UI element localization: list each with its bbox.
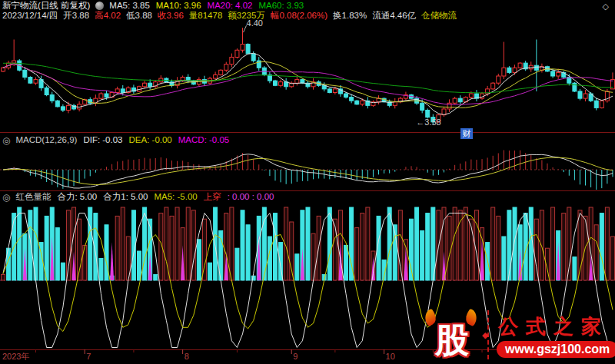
quote-info-item: 收3.96 — [158, 11, 184, 21]
ma-legend-item: MA20: 4.02 — [208, 1, 253, 11]
collapse-icon[interactable]: ◎ — [2, 136, 10, 145]
corner-diamond-icon[interactable]: ◇ — [603, 2, 609, 12]
site-url-link[interactable]: www.gszj100.com — [497, 341, 615, 358]
watermark: 股 ◆ 公式之家 www.gszj100.com — [421, 307, 615, 364]
vol-legend-item: 合力1: 5.00 — [103, 192, 148, 202]
stock-logo-char: 股 — [435, 318, 469, 363]
quote-info-item: 流通4.46亿 — [372, 11, 416, 21]
bull-stock-logo: 股 — [426, 313, 481, 361]
quote-info-item: 2023/12/14/四 — [2, 11, 58, 21]
trading-terminal-window: 2023年78910 新宁物流(日线 前复权) MA5: 3.85MA10: 3… — [0, 0, 615, 364]
ma-legend-item: MA10: 3.96 — [156, 1, 201, 11]
vol-legend-item: MA5: -5.00 — [154, 192, 197, 202]
svg-text:7: 7 — [86, 352, 91, 361]
collapse-icon[interactable]: ◎ — [2, 193, 10, 202]
svg-text:10: 10 — [386, 352, 395, 361]
vol-legend-item: : 0.00 : 0.00 — [228, 192, 274, 202]
quote-info-item: 低3.88 — [126, 11, 152, 21]
macd-layer[interactable] — [0, 151, 615, 190]
quote-info-bar: 2023/12/14/四开3.88高4.02低3.88收3.96量81478额3… — [2, 11, 457, 21]
vol-panel-header: ◎ 红色量能合力: 5.00合力1: 5.00MA5: -5.00上穿: 0.0… — [2, 192, 274, 202]
ma-legend-item: MA5: 3.85 — [109, 1, 149, 11]
ma-lines-layer — [3, 53, 613, 114]
svg-text:8: 8 — [184, 352, 189, 361]
quote-info-item: 开3.88 — [63, 11, 89, 21]
quote-info-item: 高4.02 — [95, 11, 121, 21]
arrow-left-icon: ← — [416, 117, 424, 127]
finance-badge[interactable]: 财 — [460, 128, 473, 139]
quote-info-item: 量81478 — [189, 11, 222, 21]
stock-title: 新宁物流(日线 前复权) — [2, 1, 90, 11]
site-name: 公式之家 — [498, 313, 609, 340]
macd-legend-item: DIF: -0.03 — [83, 135, 122, 145]
svg-text:2023年: 2023年 — [2, 352, 29, 361]
diamond-icon: ◆ — [482, 330, 488, 340]
macd-panel-header: ◎ MACD(12,26,9)DIF: -0.03DEA: -0.00MACD:… — [2, 135, 229, 145]
macd-legend: MACD(12,26,9)DIF: -0.03DEA: -0.00MACD: -… — [15, 135, 229, 145]
vol-legend-item: 红色量能 — [15, 192, 51, 202]
quote-info-item: 幅0.08(2.06%) — [271, 11, 327, 21]
macd-legend-item: DEA: -0.00 — [129, 135, 172, 145]
quote-info-item: 仓储物流 — [421, 11, 457, 21]
vol-legend-item: 上穿 — [204, 192, 221, 202]
high-price-label: 4.40 — [247, 18, 263, 28]
title-bar: 新宁物流(日线 前复权) MA5: 3.85MA10: 3.96MA20: 4.… — [2, 1, 304, 11]
low-price-label: ←3.58 — [416, 117, 440, 127]
macd-legend-item: MACD(12,26,9) — [15, 135, 77, 145]
vol-legend: 红色量能合力: 5.00合力1: 5.00MA5: -5.00上穿: 0.00 … — [15, 192, 274, 202]
macd-legend-item: MACD: -0.05 — [178, 135, 229, 145]
svg-text:9: 9 — [293, 352, 298, 361]
ma-legend: MA5: 3.85MA10: 3.96MA20: 4.02MA60: 3.93 — [109, 1, 304, 11]
globe-icon[interactable] — [95, 2, 104, 10]
quote-info-item: 换1.83% — [333, 11, 367, 21]
ma-legend-item: MA60: 3.93 — [258, 1, 304, 11]
vol-legend-item: 合力: 5.00 — [57, 192, 97, 202]
